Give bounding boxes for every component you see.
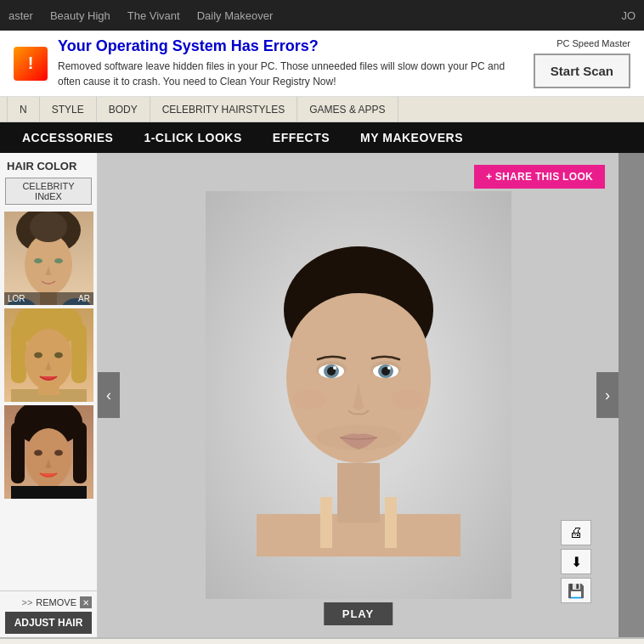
topnav-item-aster[interactable]: aster	[8, 9, 33, 22]
secnav-body[interactable]: BODY	[97, 97, 150, 122]
secnav-style[interactable]: STYLE	[40, 97, 97, 122]
celebrity-face-svg-1	[4, 212, 93, 305]
ad-banner: ! Your Operating System Has Errors? Remo…	[0, 31, 644, 97]
svg-rect-10	[71, 324, 87, 383]
celebrity-photo-2[interactable]	[4, 308, 93, 402]
svg-point-12	[34, 353, 42, 359]
celebrity-face-3	[4, 405, 93, 499]
mainnav-my-makeovers[interactable]: MY MAKEOVERS	[345, 122, 478, 153]
svg-rect-29	[337, 463, 380, 523]
face-portrait	[206, 191, 511, 599]
topnav-item-daily-makeover[interactable]: Daily Makeover	[197, 9, 274, 22]
svg-rect-23	[11, 486, 87, 499]
topnav-item-beauty-high[interactable]: Beauty High	[50, 9, 110, 22]
main-canvas: + SHARE THIS LOOK ‹	[98, 153, 619, 637]
remove-label: REMOVE	[36, 597, 76, 607]
celebrity-photo-1[interactable]: LOR AR	[4, 212, 93, 305]
content-area: HAIR COLOR CELEBRITY INdEX	[0, 153, 644, 637]
celebrity-label-1: LOR AR	[4, 292, 93, 305]
sidebar-bottom: >> REMOVE ✕ ADJUST HAIR	[0, 590, 97, 637]
svg-point-20	[34, 450, 42, 456]
save-icon-button[interactable]: 💾	[561, 578, 591, 603]
svg-rect-26	[320, 497, 332, 548]
share-button[interactable]: + SHARE THIS LOOK	[474, 165, 605, 189]
ad-headline: Your Operating System Has Errors?	[58, 37, 511, 55]
main-navigation: ACCESSORIES 1-CLICK LOOKS EFFECTS MY MAK…	[0, 122, 644, 153]
topnav-item-jo: JO	[621, 9, 636, 22]
right-arrow-button[interactable]: ›	[596, 372, 619, 418]
svg-point-19	[25, 428, 71, 488]
remove-row: >> REMOVE ✕	[5, 596, 92, 608]
start-scan-button[interactable]: Start Scan	[534, 54, 630, 88]
adjust-hair-button[interactable]: ADJUST HAIR	[5, 612, 92, 634]
left-arrow-button[interactable]: ‹	[98, 372, 120, 418]
svg-point-3	[54, 258, 63, 263]
svg-point-44	[387, 366, 391, 370]
right-panel	[619, 153, 644, 637]
download-button[interactable]: ⬇	[561, 549, 591, 574]
svg-rect-9	[11, 324, 26, 383]
mainnav-1click-looks[interactable]: 1-CLICK LOOKS	[128, 122, 257, 153]
ad-body: Removed software leave hidden files in y…	[58, 59, 511, 89]
svg-rect-27	[385, 497, 397, 548]
topnav-item-the-vivant[interactable]: The Vivant	[127, 9, 180, 22]
celebrity-face-svg-3	[4, 405, 93, 499]
svg-point-13	[54, 353, 63, 359]
svg-rect-17	[11, 422, 25, 483]
mainnav-accessories[interactable]: ACCESSORIES	[7, 122, 128, 153]
main-face-svg	[248, 234, 469, 556]
celebrity-index-button[interactable]: CELEBRITY INdEX	[5, 178, 92, 205]
svg-point-45	[292, 389, 326, 410]
sidebar-title: HAIR COLOR	[0, 153, 97, 176]
ad-icon: !	[14, 47, 48, 81]
svg-rect-15	[38, 383, 59, 395]
bottom-toolbar: MIX IT UP ZOOM − + BEFORE/AFTER RETRACE …	[0, 637, 644, 644]
print-button[interactable]: 🖨	[561, 520, 591, 545]
svg-point-40	[333, 366, 336, 370]
svg-point-2	[34, 258, 42, 263]
ad-text: Your Operating System Has Errors? Remove…	[58, 37, 511, 89]
ad-brand: PC Speed Master	[556, 38, 630, 48]
svg-rect-18	[73, 422, 87, 483]
top-navigation: aster Beauty High The Vivant Daily Makeo…	[0, 0, 644, 31]
svg-point-46	[391, 389, 425, 410]
celebrity-face-2	[4, 308, 93, 402]
play-button[interactable]: PLAY	[324, 602, 393, 625]
secondary-navigation: N STYLE BODY CELEBRITY HAIRSTYLES GAMES …	[0, 97, 644, 122]
secnav-celebrity-hairstyles[interactable]: CELEBRITY HAIRSTYLES	[150, 97, 298, 122]
celebrity-face-svg-2	[4, 308, 93, 402]
secnav-n[interactable]: N	[7, 97, 40, 122]
celebrity-photo-3[interactable]	[4, 405, 93, 499]
right-tools: 🖨 ⬇ 💾	[561, 520, 591, 603]
celebrity-face-1	[4, 212, 93, 305]
remove-x-button[interactable]: ✕	[80, 596, 92, 608]
secnav-games-apps[interactable]: GAMES & APPS	[297, 97, 398, 122]
svg-point-7	[30, 212, 67, 242]
svg-point-1	[25, 234, 72, 295]
arrows-label: >>	[21, 597, 32, 607]
sidebar: HAIR COLOR CELEBRITY INdEX	[0, 153, 98, 637]
mainnav-effects[interactable]: EFFECTS	[257, 122, 345, 153]
face-background	[206, 191, 511, 599]
svg-point-11	[25, 329, 72, 390]
svg-point-21	[54, 450, 63, 456]
